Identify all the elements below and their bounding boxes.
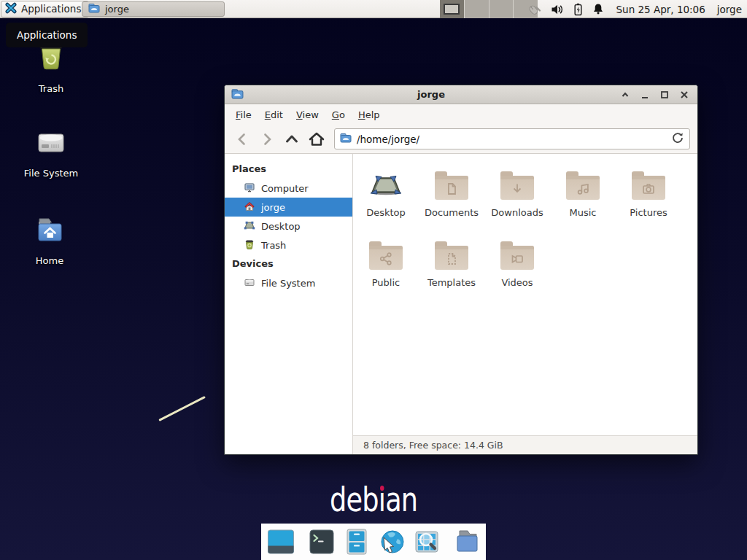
debian-wordmark: debıan	[330, 482, 417, 516]
desktop-icon-label: Trash	[39, 83, 63, 94]
file-public[interactable]: Public	[353, 237, 419, 288]
xfce-logo-icon	[5, 2, 17, 16]
sidebar-item-trash[interactable]: Trash	[225, 236, 352, 254]
file-view: Desktop Documents	[353, 154, 697, 435]
notification-bell-icon[interactable]	[592, 3, 604, 15]
wallpaper-line-artifact	[158, 396, 206, 421]
location-path[interactable]: /home/jorge/	[357, 133, 666, 145]
status-text: 8 folders, Free space: 14.4 GiB	[363, 440, 503, 451]
sidebar-item-computer[interactable]: Computer	[225, 179, 352, 198]
menu-help[interactable]: Help	[352, 106, 387, 123]
up-button[interactable]	[282, 129, 302, 149]
applications-menu-button[interactable]: Applications	[1, 1, 89, 18]
workspace-1[interactable]	[440, 0, 465, 18]
file-label: Desktop	[366, 207, 406, 218]
workspace-pager	[440, 0, 538, 18]
debian-text-right: an	[385, 479, 417, 519]
music-folder-icon	[566, 176, 600, 200]
sidebar-item-label: File System	[261, 278, 315, 289]
sidebar-item-label: jorge	[261, 202, 285, 213]
file-manager-icon[interactable]	[453, 527, 482, 556]
desktop-icon-home[interactable]: Home	[15, 213, 85, 266]
workspace-window-preview	[444, 4, 460, 15]
menu-view[interactable]: View	[290, 106, 325, 123]
templates-folder-icon	[435, 246, 468, 270]
desktop-mini-icon	[244, 219, 255, 233]
home-button[interactable]	[306, 129, 327, 149]
panel-username[interactable]: jorge	[717, 4, 742, 15]
system-tray: Sun 25 Apr, 10:06 jorge	[527, 0, 743, 18]
desktop-screen: Applications jorge	[0, 0, 747, 560]
home-folder-icon	[31, 213, 68, 250]
window-titlebar[interactable]: jorge	[225, 85, 697, 104]
shade-button[interactable]	[619, 88, 632, 101]
sidebar-item-jorge[interactable]: jorge	[225, 198, 352, 217]
sidebar-item-file-system[interactable]: File System	[225, 273, 352, 292]
back-button[interactable]	[232, 129, 252, 149]
maximize-button[interactable]	[658, 88, 671, 101]
minimize-button[interactable]	[638, 88, 651, 101]
desktop-icon-file-system[interactable]: File System	[16, 125, 86, 179]
public-folder-icon	[369, 246, 403, 270]
terminal-icon[interactable]	[307, 527, 336, 556]
forward-button[interactable]	[257, 129, 277, 149]
web-browser-icon[interactable]	[377, 527, 406, 556]
battery-charging-icon[interactable]	[573, 3, 583, 16]
file-label: Pictures	[630, 207, 667, 218]
volume-icon[interactable]	[551, 4, 564, 15]
file-templates[interactable]: Templates	[419, 237, 484, 288]
reload-icon[interactable]	[671, 131, 684, 147]
file-label: Videos	[501, 277, 533, 288]
desktop-icon-label: Home	[36, 255, 63, 266]
file-label: Downloads	[491, 207, 543, 218]
desktop-folder-icon	[368, 166, 403, 203]
sidebar-item-desktop[interactable]: Desktop	[225, 217, 352, 236]
file-videos[interactable]: Videos	[484, 237, 550, 288]
file-label: Music	[570, 207, 597, 218]
panel-clock[interactable]: Sun 25 Apr, 10:06	[616, 4, 705, 15]
menu-bar: File Edit View Go Help	[225, 104, 697, 125]
trash-mini-icon	[244, 238, 255, 252]
file-label: Public	[372, 277, 400, 288]
menu-edit[interactable]: Edit	[258, 106, 290, 123]
sidebar-item-label: Trash	[261, 240, 286, 251]
folder-icon	[88, 3, 100, 15]
file-label: Documents	[425, 207, 479, 218]
computer-icon	[244, 182, 255, 195]
taskbar-window-label: jorge	[105, 4, 129, 15]
status-bar: 8 folders, Free space: 14.4 GiB	[353, 435, 697, 454]
top-panel: Applications jorge	[0, 0, 747, 18]
applications-menu-label: Applications	[21, 3, 81, 15]
menu-go[interactable]: Go	[325, 106, 352, 123]
show-desktop-icon[interactable]	[266, 527, 295, 556]
places-sidebar: Places Computer	[225, 154, 353, 454]
toolbar: /home/jorge/	[225, 125, 697, 154]
mouse-device-icon[interactable]	[527, 3, 541, 16]
documents-folder-icon	[435, 176, 468, 200]
menu-file[interactable]: File	[229, 106, 258, 123]
file-manager-window: jorge File Edit View Go Help	[224, 85, 698, 455]
videos-folder-icon	[500, 246, 534, 270]
app-finder-icon[interactable]	[412, 527, 441, 556]
devices-header: Devices	[225, 254, 352, 273]
taskbar-window-button[interactable]: jorge	[82, 1, 225, 17]
location-bar[interactable]: /home/jorge/	[334, 128, 690, 149]
file-cabinet-icon[interactable]	[342, 527, 371, 556]
debian-text-left: deb	[330, 479, 379, 519]
drive-mini-icon	[244, 276, 255, 290]
file-pictures[interactable]: Pictures	[616, 167, 681, 218]
file-downloads[interactable]: Downloads	[484, 167, 550, 218]
downloads-folder-icon	[500, 176, 534, 200]
file-desktop[interactable]: Desktop	[353, 167, 419, 218]
file-documents[interactable]: Documents	[419, 167, 484, 218]
file-music[interactable]: Music	[550, 167, 616, 218]
file-label: Templates	[427, 277, 476, 288]
desktop-icon-label: File System	[24, 168, 78, 179]
close-button[interactable]	[678, 88, 691, 101]
workspace-2[interactable]	[465, 0, 489, 18]
hard-drive-icon	[33, 125, 69, 163]
workspace-3[interactable]	[489, 0, 514, 18]
window-folder-icon	[231, 88, 244, 101]
applications-tooltip: Applications	[6, 23, 88, 47]
sidebar-item-label: Desktop	[261, 221, 301, 232]
